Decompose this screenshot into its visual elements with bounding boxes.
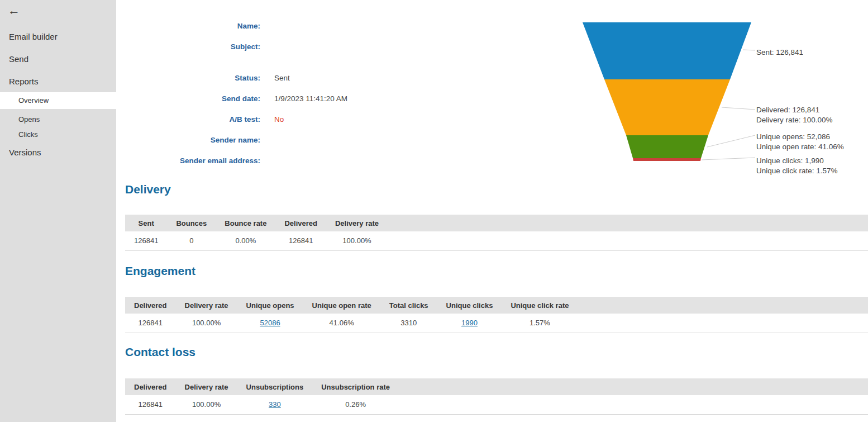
section-title-delivery: Delivery bbox=[125, 183, 171, 196]
engagement-header-row: Delivered Delivery rate Unique opens Uni… bbox=[125, 297, 868, 314]
cell-delivered: 126841 bbox=[125, 395, 176, 414]
funnel-label-opens-line2: Unique open rate: 41.06% bbox=[756, 142, 844, 152]
section-title-engagement: Engagement bbox=[125, 264, 195, 278]
field-label-ab-test: A/B test: bbox=[116, 115, 260, 124]
cell-delivered: 126841 bbox=[275, 231, 326, 250]
delivery-data-row: 126841 0 0.00% 126841 100.00% bbox=[125, 231, 868, 250]
leader-line-clicks bbox=[702, 158, 755, 160]
field-value-send-date: 1/9/2023 11:41:20 AM bbox=[274, 94, 347, 103]
cell-delivered: 126841 bbox=[125, 314, 176, 333]
back-button[interactable]: ← bbox=[8, 2, 25, 19]
col-header-unique-clicks: Unique clicks bbox=[437, 297, 502, 314]
sidebar-item-overview[interactable]: Overview bbox=[0, 92, 116, 109]
funnel-segment-opens bbox=[626, 135, 708, 158]
funnel-label-sent: Sent: 126,841 bbox=[756, 48, 803, 58]
sidebar-item-opens[interactable]: Opens bbox=[0, 112, 116, 127]
col-header-delivery-rate: Delivery rate bbox=[176, 297, 237, 314]
cell-delivery-rate: 100.00% bbox=[176, 314, 237, 333]
back-arrow-icon: ← bbox=[8, 3, 20, 17]
field-row-sender-name: Sender name: bbox=[116, 136, 274, 146]
leader-line-delivered bbox=[722, 107, 755, 110]
col-header-bounce-rate: Bounce rate bbox=[216, 215, 275, 231]
cell-unsubscriptions: 330 bbox=[237, 395, 313, 414]
sidebar-item-clicks[interactable]: Clicks bbox=[0, 127, 116, 142]
col-header-unsubscriptions: Unsubscriptions bbox=[237, 378, 313, 395]
funnel-svg bbox=[575, 17, 760, 179]
cell-unsubscription-rate: 0.26% bbox=[312, 395, 399, 414]
sidebar-item-email-builder[interactable]: Email builder bbox=[0, 31, 116, 42]
engagement-data-row: 126841 100.00% 52086 41.06% 3310 1990 1.… bbox=[125, 314, 868, 333]
field-label-send-date: Send date: bbox=[116, 94, 260, 103]
field-row-send-date: Send date: 1/9/2023 11:41:20 AM bbox=[116, 94, 347, 105]
cell-sent: 126841 bbox=[125, 231, 167, 250]
cell-filler bbox=[388, 231, 868, 250]
contact-loss-data-row: 126841 100.00% 330 0.26% bbox=[125, 395, 868, 414]
funnel-segment-sent bbox=[583, 22, 751, 79]
col-header-delivered: Delivered bbox=[275, 215, 326, 231]
funnel-label-opens: Unique opens: 52,086 Unique open rate: 4… bbox=[756, 132, 844, 152]
col-header-sent: Sent bbox=[125, 215, 167, 231]
cell-bounces: 0 bbox=[167, 231, 216, 250]
field-label-sender-name: Sender name: bbox=[116, 136, 260, 144]
field-row-ab-test: A/B test: No bbox=[116, 115, 284, 125]
delivery-header-row: Sent Bounces Bounce rate Delivered Deliv… bbox=[125, 215, 868, 231]
funnel-label-sent-line1: Sent: 126,841 bbox=[756, 48, 803, 58]
contact-loss-table: Delivered Delivery rate Unsubscriptions … bbox=[125, 378, 868, 415]
funnel-label-delivered-line2: Delivery rate: 100.00% bbox=[756, 115, 833, 125]
funnel-label-delivered: Delivered: 126,841 Delivery rate: 100.00… bbox=[756, 105, 833, 125]
sidebar-item-reports[interactable]: Reports bbox=[0, 76, 116, 87]
cell-filler bbox=[399, 395, 868, 414]
funnel-label-clicks-line1: Unique clicks: 1,990 bbox=[756, 156, 838, 166]
field-value-status: Sent bbox=[274, 74, 290, 82]
field-label-name: Name: bbox=[116, 22, 260, 30]
cell-unique-click-rate: 1.57% bbox=[502, 314, 578, 333]
field-row-sender-email: Sender email address: bbox=[116, 157, 274, 167]
field-row-name: Name: bbox=[116, 22, 274, 32]
field-label-status: Status: bbox=[116, 74, 260, 82]
col-header-unique-opens: Unique opens bbox=[237, 297, 303, 314]
col-header-unsubscription-rate: Unsubscription rate bbox=[312, 378, 399, 395]
col-header-total-clicks: Total clicks bbox=[380, 297, 437, 314]
field-label-sender-email: Sender email address: bbox=[116, 157, 260, 165]
sidebar-item-send[interactable]: Send bbox=[0, 54, 116, 65]
funnel-label-clicks-line2: Unique click rate: 1.57% bbox=[756, 166, 838, 176]
leader-line-sent bbox=[743, 50, 755, 50]
funnel-label-delivered-line1: Delivered: 126,841 bbox=[756, 105, 833, 115]
unique-clicks-link[interactable]: 1990 bbox=[461, 319, 478, 327]
funnel-segment-clicks bbox=[633, 158, 701, 161]
cell-unique-clicks: 1990 bbox=[437, 314, 502, 333]
delivery-table: Sent Bounces Bounce rate Delivered Deliv… bbox=[125, 215, 868, 251]
field-label-subject: Subject: bbox=[116, 42, 260, 51]
cell-filler bbox=[578, 314, 868, 333]
header-filler bbox=[399, 378, 868, 395]
funnel-chart: Sent: 126,841 Delivered: 126,841 Deliver… bbox=[575, 17, 868, 179]
cell-delivery-rate: 100.00% bbox=[176, 395, 237, 414]
col-header-unique-click-rate: Unique click rate bbox=[502, 297, 578, 314]
col-header-delivered: Delivered bbox=[125, 297, 176, 314]
col-header-bounces: Bounces bbox=[167, 215, 216, 231]
col-header-unique-open-rate: Unique open rate bbox=[303, 297, 380, 314]
field-row-subject: Subject: bbox=[116, 42, 274, 53]
field-value-ab-test: No bbox=[274, 115, 284, 124]
report-page: ← Email builder Send Reports Overview Op… bbox=[0, 0, 868, 422]
field-row-status: Status: Sent bbox=[116, 74, 290, 84]
sidebar-item-versions[interactable]: Versions bbox=[0, 146, 116, 159]
funnel-label-clicks: Unique clicks: 1,990 Unique click rate: … bbox=[756, 156, 838, 176]
cell-delivery-rate: 100.00% bbox=[326, 231, 388, 250]
cell-bounce-rate: 0.00% bbox=[216, 231, 275, 250]
unsubscriptions-link[interactable]: 330 bbox=[269, 400, 281, 409]
leader-line-opens bbox=[707, 135, 755, 147]
cell-unique-open-rate: 41.06% bbox=[303, 314, 380, 333]
col-header-delivered: Delivered bbox=[125, 378, 176, 395]
sidebar: ← Email builder Send Reports Overview Op… bbox=[0, 0, 116, 422]
header-filler bbox=[578, 297, 868, 314]
col-header-delivery-rate: Delivery rate bbox=[176, 378, 237, 395]
header-filler bbox=[388, 215, 868, 231]
funnel-segment-delivered bbox=[604, 79, 730, 135]
col-header-delivery-rate: Delivery rate bbox=[326, 215, 388, 231]
unique-opens-link[interactable]: 52086 bbox=[260, 319, 280, 327]
funnel-label-opens-line1: Unique opens: 52,086 bbox=[756, 132, 844, 142]
cell-total-clicks: 3310 bbox=[380, 314, 437, 333]
main-content: Name: Subject: Status: Sent Send date: 1… bbox=[116, 0, 868, 422]
cell-unique-opens: 52086 bbox=[237, 314, 303, 333]
